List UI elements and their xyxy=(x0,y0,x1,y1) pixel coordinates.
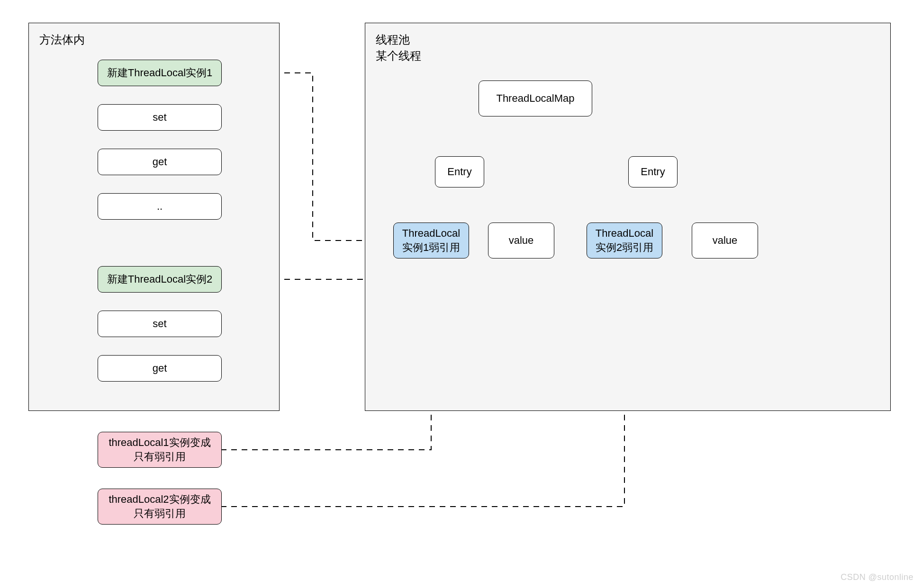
diagram-canvas: 方法体内 线程池 某个线程 新建ThreadLocal实例1 set get .… xyxy=(0,0,922,588)
node-entry-1: Entry xyxy=(435,156,484,187)
node-tl-weakref-2: ThreadLocal 实例2弱引用 xyxy=(587,223,662,258)
note-weakref-1: threadLocal1实例变成 只有弱引用 xyxy=(98,432,222,468)
node-dots: .. xyxy=(98,193,222,220)
node-set-1: set xyxy=(98,104,222,131)
method-body-title: 方法体内 xyxy=(39,32,85,48)
node-set-2: set xyxy=(98,311,222,337)
note-weakref-2: threadLocal2实例变成 只有弱引用 xyxy=(98,489,222,525)
thread-panel-title: 线程池 某个线程 xyxy=(376,32,421,63)
node-new-threadlocal-1: 新建ThreadLocal实例1 xyxy=(98,60,222,86)
node-get-2: get xyxy=(98,355,222,382)
node-value-1: value xyxy=(488,223,554,258)
thread-panel: 线程池 某个线程 xyxy=(365,23,891,411)
node-tl-weakref-1: ThreadLocal 实例1弱引用 xyxy=(393,223,469,258)
node-entry-2: Entry xyxy=(628,156,678,187)
node-value-2: value xyxy=(692,223,758,258)
watermark: CSDN @sutonline xyxy=(841,572,913,582)
node-threadlocalmap: ThreadLocalMap xyxy=(479,80,592,116)
node-get-1: get xyxy=(98,149,222,175)
node-new-threadlocal-2: 新建ThreadLocal实例2 xyxy=(98,266,222,293)
